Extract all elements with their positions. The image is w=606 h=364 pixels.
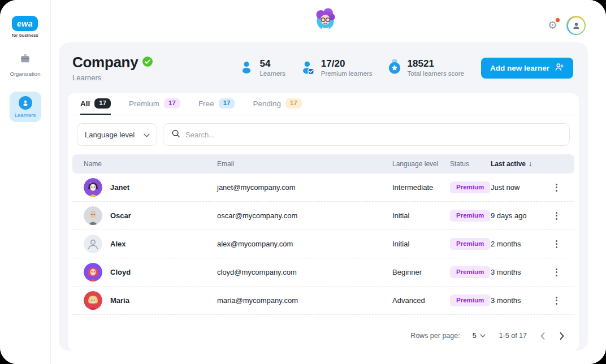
learner-email: maria@mycompany.com (217, 296, 392, 305)
stat-label: Total learners score (408, 70, 464, 77)
briefcase-icon (19, 53, 32, 68)
learner-name: Cloyd (110, 268, 131, 276)
language-level-select[interactable]: Language level (77, 123, 157, 146)
company-card: Company Learners 54 Learne (59, 42, 588, 350)
ewa-mascot-icon (312, 8, 338, 34)
learner-last-active: Just now (491, 183, 549, 192)
company-title-block: Company Learners (72, 54, 153, 82)
search-box (163, 123, 570, 146)
learner-language-level: Initial (392, 211, 450, 220)
row-menu-kebab-icon[interactable] (549, 210, 563, 222)
avatar-placeholder (84, 235, 102, 253)
learner-name: Maria (110, 296, 129, 305)
settings-gear-icon[interactable]: ⚙ (548, 20, 557, 31)
table-header-row: Name Email Language level Status Last ac… (72, 154, 574, 174)
table-row[interactable]: Maria maria@mycompany.com Advanced Premi… (72, 287, 574, 315)
tab-pending[interactable]: Pending 17 (253, 93, 301, 115)
ewa-logo-pill: ewa (12, 16, 38, 31)
rows-per-page-label: Rows per page: (410, 332, 460, 340)
tab-label: Pending (253, 99, 281, 108)
learner-name: Oscar (110, 211, 131, 220)
add-new-learner-button[interactable]: Add new learner (481, 58, 573, 79)
col-header-email[interactable]: Email (217, 160, 392, 168)
avatar-cloyd (84, 263, 102, 281)
stat-total-score: 18521 Total learners score (387, 59, 464, 77)
app-window: ewa for business Organization Learners (0, 0, 606, 364)
learner-person-icon (239, 59, 254, 77)
ewa-logo-subtitle: for business (12, 33, 38, 38)
row-menu-kebab-icon[interactable] (549, 238, 563, 250)
rows-per-page-select[interactable]: 5 (473, 332, 486, 340)
add-learner-button-label: Add new learner (490, 64, 549, 72)
learner-email: cloyd@mycompany.com (217, 268, 392, 276)
previous-page-icon[interactable] (540, 332, 545, 340)
tab-premium[interactable]: Premium 17 (129, 93, 180, 115)
stat-learners: 54 Learners (239, 59, 285, 77)
stats-group: 54 Learners 17/20 Premium learners (239, 58, 573, 79)
page-title: Company (72, 54, 138, 71)
filters-row: Language level (68, 115, 579, 154)
sidebar-item-label: Organization (10, 71, 41, 77)
notification-dot (556, 18, 560, 22)
tab-count-badge: 17 (164, 98, 180, 109)
topbar: ⚙ (51, 0, 606, 42)
learner-language-level: Beginner (392, 268, 450, 276)
verified-check-icon (142, 57, 153, 69)
learner-last-active: 9 days ago (491, 211, 549, 220)
learner-email: alex@mycompany.com (217, 240, 392, 248)
language-level-select-value: Language level (85, 131, 135, 139)
row-menu-kebab-icon[interactable] (549, 266, 563, 279)
sidebar-item-organization[interactable]: Organization (10, 53, 41, 77)
learners-panel: All 17 Premium 17 Free 17 Pending 17 (68, 93, 579, 350)
stat-premium-learners: 17/20 Premium learners (300, 59, 373, 77)
learner-email: janet@mycompany.com (217, 183, 392, 192)
main-area: ⚙ Company (51, 0, 606, 364)
learner-name: Alex (110, 240, 125, 248)
ewa-logo[interactable]: ewa for business (12, 16, 38, 38)
status-badge: Premium (450, 181, 490, 194)
col-header-language-level[interactable]: Language level (392, 160, 450, 168)
col-header-status[interactable]: Status (450, 160, 491, 168)
premium-person-check-icon (300, 59, 315, 77)
person-plus-icon (555, 63, 564, 73)
learner-last-active: 3 months (491, 296, 549, 305)
tab-free[interactable]: Free 17 (198, 93, 235, 115)
col-header-last-active[interactable]: Last active ↓ (491, 160, 549, 168)
tab-label: Free (198, 99, 214, 108)
sidebar-item-label: Learners (15, 112, 36, 118)
avatar-janet (84, 178, 102, 197)
pagination-range: 1-5 of 17 (499, 332, 527, 340)
learner-language-level: Initial (392, 240, 450, 248)
col-header-name[interactable]: Name (84, 160, 217, 168)
status-badge: Premium (450, 210, 490, 222)
table-row[interactable]: Oscar oscar@mycompany.com Initial Premiu… (72, 202, 574, 230)
next-page-icon[interactable] (560, 332, 564, 340)
search-icon (171, 129, 180, 140)
table-row[interactable]: Janet janet@mycompany.com Intermediate P… (72, 174, 574, 202)
pagination-bar: Rows per page: 5 1-5 of 17 (68, 321, 579, 350)
avatar-oscar (84, 206, 102, 225)
tab-count-badge: 17 (219, 98, 235, 109)
learner-name: Janet (110, 183, 129, 192)
tab-count-badge: 17 (94, 98, 111, 109)
learner-language-level: Advanced (392, 296, 450, 305)
stat-value: 54 (259, 59, 285, 70)
table-row[interactable]: Cloyd cloyd@mycompany.com Beginner Premi… (72, 258, 574, 287)
person-icon (19, 96, 32, 110)
chevron-down-icon (144, 131, 150, 139)
stat-value: 18521 (408, 59, 464, 70)
tab-label: All (80, 99, 90, 108)
user-avatar[interactable] (566, 16, 586, 35)
score-medal-star-icon (387, 59, 402, 77)
table-row[interactable]: Alex alex@mycompany.com Initial Premium … (72, 230, 574, 258)
stat-value: 17/20 (321, 59, 373, 70)
row-menu-kebab-icon[interactable] (549, 294, 563, 307)
sidebar-item-learners[interactable]: Learners (10, 92, 41, 122)
stat-label: Learners (259, 70, 285, 77)
row-menu-kebab-icon[interactable] (549, 181, 563, 194)
topbar-actions: ⚙ (548, 16, 586, 35)
search-input[interactable] (185, 131, 561, 139)
sort-descending-icon: ↓ (529, 160, 532, 168)
tab-all[interactable]: All 17 (80, 93, 111, 115)
sidebar-item-learners-tile: Learners (10, 92, 41, 122)
